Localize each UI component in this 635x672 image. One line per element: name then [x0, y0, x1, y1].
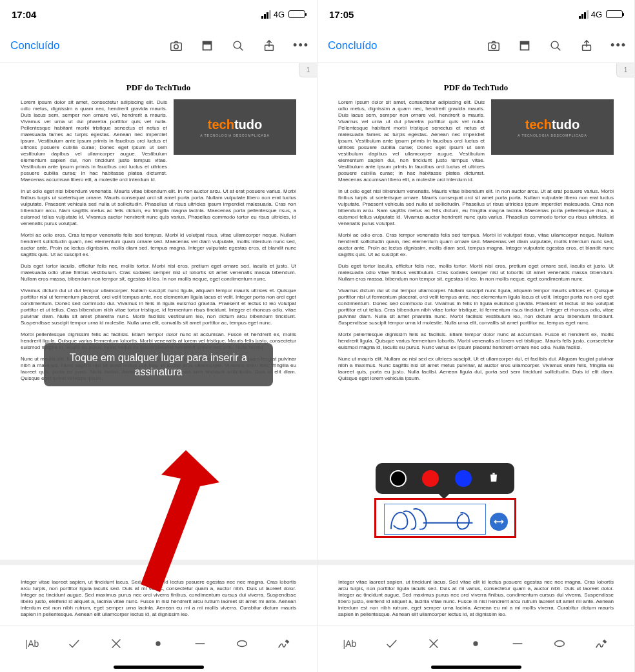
oval-tool-icon[interactable] [235, 637, 249, 651]
document-viewport[interactable]: 1 PDF do TechTudo techtudo A TECNOLOGIA … [318, 63, 634, 626]
svg-point-7 [156, 641, 160, 646]
cross-tool-icon[interactable] [109, 637, 123, 651]
svg-point-4 [234, 41, 241, 48]
line-tool-icon[interactable] [510, 637, 525, 651]
right-screenshot: 17:05 4G Concluído ••• 1 PDF do TechTudo… [318, 0, 635, 672]
signature-bounding-box[interactable] [384, 504, 486, 535]
paragraph: Morbi ac odio eros. Cras tempor venenati… [338, 232, 614, 258]
paragraph: In ut odio eget nisi bibendum venenatis.… [21, 188, 296, 227]
svg-point-10 [492, 44, 496, 48]
oval-tool-icon[interactable] [552, 637, 567, 651]
battery-icon [606, 10, 623, 18]
home-indicator[interactable] [431, 666, 521, 669]
check-tool-icon[interactable] [67, 637, 81, 651]
search-icon[interactable] [549, 39, 563, 53]
svg-marker-6 [141, 450, 219, 592]
camera-icon[interactable] [169, 39, 183, 53]
camera-icon[interactable] [487, 39, 501, 53]
status-right: 4G [261, 10, 305, 19]
svg-point-15 [473, 641, 478, 646]
svg-rect-0 [171, 43, 182, 50]
doc-title: PDF do TechTudo [21, 83, 296, 93]
svg-rect-9 [489, 43, 499, 50]
more-icon[interactable]: ••• [293, 39, 309, 52]
annotation-arrow [110, 450, 219, 598]
paragraph: Morbi ac odio eros. Cras tempor venenati… [21, 232, 296, 258]
paragraph: Nunc ut mauris elit. Nullam ac nisl sed … [338, 356, 614, 382]
paragraph: Lorem ipsum dolor sit amet, consectetur … [21, 99, 167, 183]
signal-icon [579, 10, 589, 19]
pdf-page-2[interactable]: Integer vitae laoreet sapien, ut tincidu… [318, 560, 634, 626]
signal-icon [261, 10, 271, 19]
annotation-toolbar: |Ab [318, 626, 634, 660]
svg-point-8 [237, 640, 247, 646]
top-toolbar: Concluído ••• [0, 28, 317, 63]
network-label: 4G [591, 10, 602, 19]
top-toolbar: Concluído ••• [318, 28, 634, 63]
search-icon[interactable] [231, 39, 245, 53]
svg-point-1 [174, 44, 178, 48]
network-label: 4G [274, 10, 285, 19]
page-number-tab: 1 [299, 63, 317, 77]
annotation-toolbar: |Ab [0, 626, 317, 660]
paragraph: Vivamus dictum dui ut dui tempor ullamco… [21, 288, 296, 326]
paragraph: Duis eget tortor iaculis, efficitur feli… [338, 263, 614, 282]
signature-color-popover [376, 463, 514, 494]
dot-tool-icon[interactable] [151, 637, 165, 651]
battery-icon [288, 10, 305, 18]
home-indicator[interactable] [114, 666, 204, 669]
page-number-tab: 1 [616, 63, 634, 77]
paragraph: Integer vitae laoreet sapien, ut tincidu… [338, 579, 614, 618]
cross-tool-icon[interactable] [427, 637, 441, 651]
paragraph: In ut odio eget nisi bibendum venenatis.… [338, 188, 614, 227]
share-icon[interactable] [262, 39, 276, 53]
status-right: 4G [579, 10, 623, 19]
paragraph: Duis eget tortor iaculis, efficitur feli… [21, 263, 296, 282]
check-tool-icon[interactable] [385, 637, 399, 651]
done-button[interactable]: Concluído [328, 39, 378, 52]
text-tool-icon[interactable]: |Ab [26, 638, 39, 649]
share-icon[interactable] [580, 39, 594, 53]
pdf-page-1[interactable]: 1 PDF do TechTudo techtudo A TECNOLOGIA … [318, 63, 634, 560]
status-bar: 17:04 4G [0, 0, 317, 28]
text-tool-icon[interactable]: |Ab [343, 638, 357, 649]
doc-title: PDF do TechTudo [338, 83, 614, 93]
techtudo-logo: techtudo A TECNOLOGIA DESCOMPLICADA [174, 99, 296, 155]
document-viewport[interactable]: 1 PDF do TechTudo techtudo A TECNOLOGIA … [0, 63, 317, 626]
more-icon[interactable]: ••• [610, 39, 627, 52]
svg-point-13 [551, 41, 558, 48]
paragraph: Morbi pellentesque dignissim felis ac fa… [338, 331, 614, 351]
svg-point-16 [555, 640, 565, 646]
status-time: 17:04 [12, 9, 36, 20]
svg-rect-12 [521, 44, 529, 49]
signature-stroke[interactable] [385, 504, 485, 534]
svg-rect-3 [204, 44, 211, 49]
status-time: 17:05 [329, 9, 354, 20]
techtudo-logo: techtudo A TECNOLOGIA DESCOMPLICADA [491, 99, 614, 155]
insert-signature-tooltip: Toque em qualquer lugar para inserir a a… [44, 343, 273, 386]
page-layout-icon[interactable] [518, 39, 532, 53]
signature-highlight-box [374, 498, 516, 538]
color-black[interactable] [390, 470, 407, 487]
signature-tool-icon[interactable] [594, 637, 609, 651]
done-button[interactable]: Concluído [10, 39, 60, 52]
resize-handle[interactable] [490, 513, 508, 531]
signature-tool-icon[interactable] [277, 637, 291, 651]
status-bar: 17:05 4G [318, 0, 634, 28]
line-tool-icon[interactable] [193, 637, 207, 651]
left-screenshot: 17:04 4G Concluído ••• 1 PDF do TechTudo… [0, 0, 318, 672]
page-layout-icon[interactable] [200, 39, 214, 53]
color-red[interactable] [422, 470, 439, 487]
delete-signature-icon[interactable] [487, 470, 500, 487]
dot-tool-icon[interactable] [469, 637, 483, 651]
color-blue[interactable] [455, 470, 472, 487]
paragraph: Vivamus dictum dui ut dui tempor ullamco… [338, 288, 614, 326]
paragraph: Lorem ipsum dolor sit amet, consectetur … [338, 99, 485, 183]
